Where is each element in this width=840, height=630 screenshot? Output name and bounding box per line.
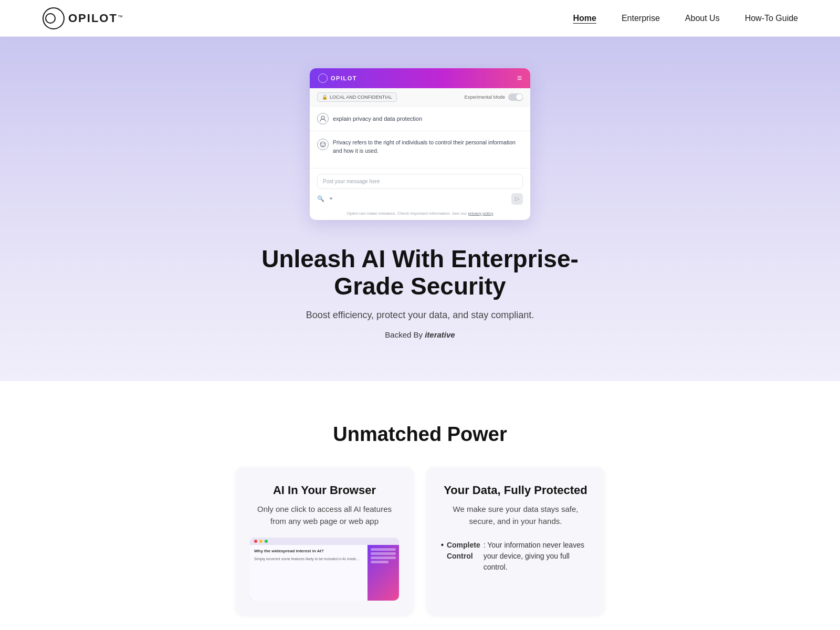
power-section-title: Unmatched Power [42, 423, 798, 446]
cards-row: AI In Your Browser Only one click to acc… [42, 467, 798, 615]
input-placeholder: Post your message here [323, 178, 517, 184]
card-protected: Your Data, Fully Protected We make sure … [426, 467, 605, 615]
mini-browser-bar [250, 538, 399, 545]
send-button[interactable]: ▷ [511, 193, 523, 205]
card-browser-image: Why the widespread interest in AI? Simpl… [250, 538, 399, 601]
nav-links: Home Enterprise About Us How-To Guide [573, 14, 798, 23]
hero-backed: Backed By iterative [385, 330, 455, 339]
card-protected-bullets: Complete Control: Your information never… [441, 538, 590, 575]
mock-user-message: explain privacy and data protection [310, 107, 530, 131]
search-icon: 🔍 [317, 195, 324, 202]
card-browser-title: AI In Your Browser [250, 484, 399, 497]
card-browser-subtitle: Only one click to access all AI features… [250, 503, 399, 527]
hero-subtitle: Boost efficiency, protect your data, and… [306, 310, 534, 321]
svg-point-4 [321, 143, 322, 144]
bullet-complete-control: Complete Control: Your information never… [441, 538, 590, 575]
mini-sidebar [368, 545, 399, 601]
nav-item-home[interactable]: Home [573, 14, 596, 23]
logo[interactable]: OPILOT™ [42, 7, 123, 30]
mock-logo-circle [318, 74, 328, 83]
mock-ai-response: Privacy refers to the right of individua… [310, 131, 530, 169]
bullet-label: Complete Control [447, 540, 480, 562]
user-icon [317, 113, 329, 124]
card-protected-title: Your Data, Fully Protected [441, 484, 590, 497]
experimental-toggle[interactable] [508, 93, 523, 101]
mini-main-content: Why the widespread interest in AI? Simpl… [250, 545, 368, 601]
plus-icon: ✦ [329, 195, 333, 202]
mini-browser: Why the widespread interest in AI? Simpl… [250, 538, 399, 601]
sidebar-line-2 [371, 552, 396, 555]
ai-icon [317, 139, 329, 150]
hamburger-icon: ≡ [517, 74, 522, 83]
sidebar-line-1 [371, 548, 396, 551]
mock-header-title: OPILOT [331, 75, 357, 81]
lock-icon: 🔒 [322, 94, 328, 100]
experimental-toggle-area: Experimental Mode [464, 93, 523, 101]
input-icons: 🔍 ✦ [317, 195, 333, 202]
mock-toolbar: 🔒 LOCAL AND CONFIDENTIAL Experimental Mo… [310, 88, 530, 107]
close-dot [254, 540, 257, 543]
mini-article-body: Simply incorrect some features likely to… [254, 556, 363, 562]
mock-disclaimer: Opilot can make mistakes. Check importan… [310, 209, 530, 220]
experimental-toggle-label: Experimental Mode [464, 94, 505, 100]
mock-input-area: Post your message here 🔍 ✦ ▷ [310, 169, 530, 209]
nav-item-about[interactable]: About Us [685, 14, 720, 23]
mini-browser-content: Why the widespread interest in AI? Simpl… [250, 545, 399, 601]
fullscreen-dot [265, 540, 268, 543]
local-confidential-badge: 🔒 LOCAL AND CONFIDENTIAL [317, 92, 397, 102]
svg-point-5 [323, 143, 324, 144]
hero-title: Unleash AI With Enterprise-Grade Securit… [236, 245, 604, 301]
sidebar-line-4 [371, 561, 388, 563]
input-actions: 🔍 ✦ ▷ [317, 192, 523, 206]
privacy-policy-link[interactable]: privacy policy [468, 211, 493, 216]
ai-response-text: Privacy refers to the right of individua… [333, 139, 523, 155]
svg-point-2 [321, 116, 324, 119]
mock-input-box[interactable]: Post your message here [317, 174, 523, 189]
navbar: OPILOT™ Home Enterprise About Us How-To … [0, 0, 840, 37]
hero-section: OPILOT ≡ 🔒 LOCAL AND CONFIDENTIAL Experi… [0, 37, 840, 381]
user-message-text: explain privacy and data protection [333, 116, 422, 122]
minimize-dot [259, 540, 262, 543]
sidebar-line-3 [371, 556, 396, 559]
power-section: Unmatched Power AI In Your Browser Only … [0, 381, 840, 630]
card-browser: AI In Your Browser Only one click to acc… [235, 467, 414, 615]
mock-header: OPILOT ≡ [310, 68, 530, 88]
card-protected-subtitle: We make sure your data stays safe, secur… [441, 503, 590, 527]
logo-text: OPILOT™ [68, 12, 123, 25]
svg-point-1 [46, 14, 55, 23]
nav-item-howto[interactable]: How-To Guide [745, 14, 798, 23]
nav-item-enterprise[interactable]: Enterprise [622, 14, 660, 23]
mock-ui-card: OPILOT ≡ 🔒 LOCAL AND CONFIDENTIAL Experi… [310, 68, 530, 220]
mini-article-title: Why the widespread interest in AI? [254, 548, 363, 555]
